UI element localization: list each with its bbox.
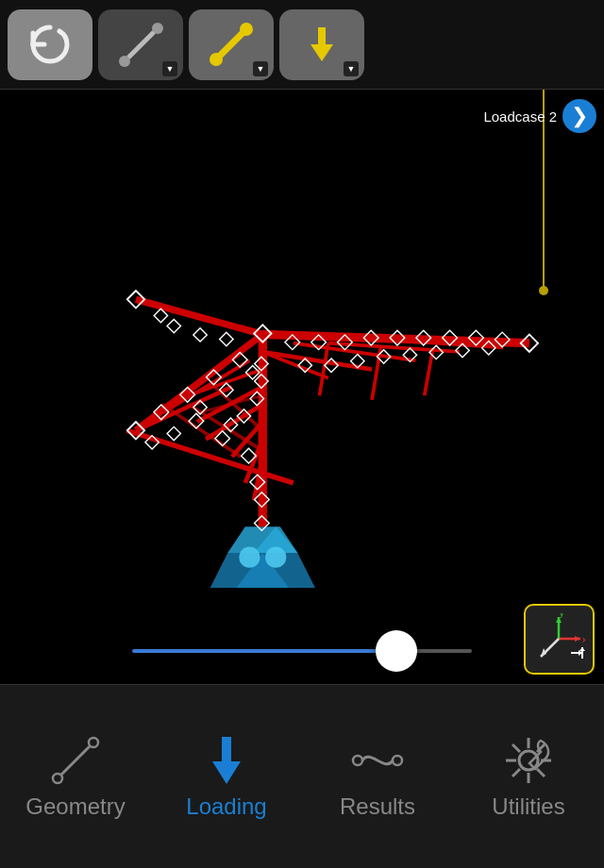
loadcase-next-button[interactable]: ❯: [562, 99, 596, 133]
svg-point-13: [239, 547, 260, 568]
undo-button[interactable]: [8, 9, 92, 80]
svg-marker-96: [579, 647, 585, 651]
svg-point-103: [393, 756, 402, 765]
geometry-label: Geometry: [25, 793, 125, 820]
load-dropdown[interactable]: [253, 61, 268, 76]
gravity-icon: [297, 20, 346, 69]
tab-loading[interactable]: Loading: [151, 719, 302, 834]
tab-geometry[interactable]: Geometry: [0, 719, 151, 834]
canvas-area: [0, 90, 604, 684]
svg-point-102: [353, 756, 362, 765]
svg-rect-7: [318, 27, 326, 46]
tab-utilities[interactable]: Utilities: [453, 719, 604, 834]
structure-diagram: [0, 90, 604, 684]
svg-text:x: x: [582, 635, 585, 644]
svg-point-14: [265, 547, 286, 568]
svg-rect-83: [193, 328, 207, 342]
gravity-dropdown[interactable]: [344, 61, 359, 76]
orientation-icon: x y: [533, 613, 585, 665]
results-label: Results: [340, 793, 415, 820]
undo-icon: [25, 20, 75, 69]
svg-line-112: [512, 769, 520, 776]
svg-text:y: y: [560, 613, 564, 618]
svg-rect-101: [222, 737, 231, 763]
slider-track[interactable]: [132, 649, 396, 653]
svg-marker-6: [310, 44, 333, 61]
slider-container: [0, 618, 604, 684]
svg-line-110: [537, 769, 545, 776]
svg-point-5: [210, 53, 223, 66]
results-icon: [350, 733, 405, 788]
tab-bar: Geometry Loading Results: [0, 684, 604, 868]
svg-rect-64: [167, 426, 180, 440]
loadcase-label: Loadcase 2 ❯: [483, 99, 596, 133]
tab-results[interactable]: Results: [302, 719, 453, 834]
load-tool-button[interactable]: [189, 9, 274, 80]
member-icon: [115, 19, 167, 71]
orientation-widget[interactable]: x y: [524, 604, 595, 675]
svg-line-2: [128, 32, 154, 58]
svg-line-99: [61, 746, 90, 775]
member-tool-button[interactable]: [98, 9, 183, 80]
svg-marker-100: [212, 761, 241, 784]
utilities-icon: [501, 733, 556, 788]
load-icon: [207, 20, 256, 69]
svg-line-109: [512, 744, 520, 752]
svg-marker-86: [575, 636, 580, 642]
toolbar: [0, 0, 604, 90]
svg-line-28: [320, 343, 328, 396]
loadcase-text: Loadcase 2: [483, 108, 557, 125]
svg-point-104: [519, 751, 538, 770]
slider-thumb[interactable]: [376, 630, 417, 672]
loading-icon: [199, 733, 254, 788]
svg-point-97: [53, 774, 62, 783]
svg-point-98: [89, 738, 98, 747]
gravity-tool-button[interactable]: [279, 9, 364, 80]
svg-rect-84: [220, 332, 233, 345]
utilities-label: Utilities: [492, 793, 564, 820]
member-dropdown[interactable]: [162, 61, 177, 76]
geometry-icon: [48, 733, 103, 788]
loading-label: Loading: [186, 793, 266, 820]
svg-point-4: [240, 23, 253, 36]
svg-rect-82: [167, 319, 180, 332]
